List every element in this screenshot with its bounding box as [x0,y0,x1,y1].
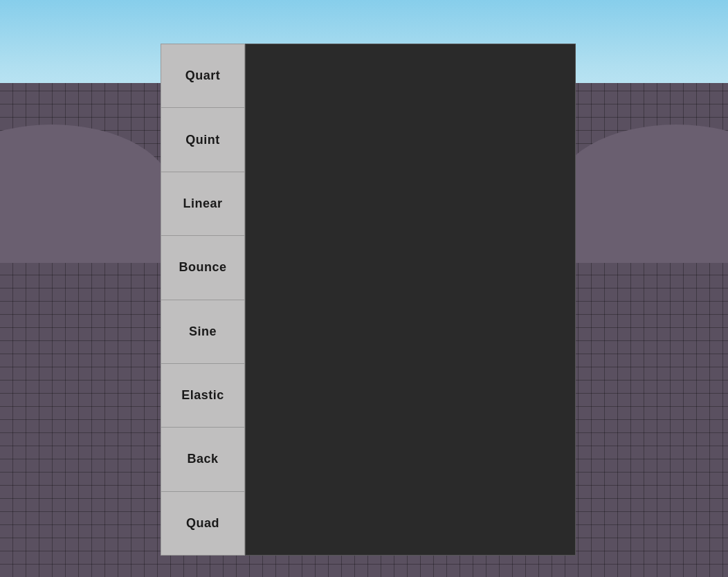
content-area [245,44,576,556]
panel-container: QuartQuintLinearBounceSineElasticBackQua… [161,44,576,556]
sidebar-item-quart[interactable]: Quart [161,44,244,108]
sidebar-item-quad[interactable]: Quad [161,492,244,555]
sidebar-item-elastic[interactable]: Elastic [161,364,244,428]
sidebar: QuartQuintLinearBounceSineElasticBackQua… [161,44,245,556]
sidebar-item-sine[interactable]: Sine [161,300,244,364]
sidebar-item-bounce[interactable]: Bounce [161,236,244,300]
sidebar-item-quint[interactable]: Quint [161,108,244,172]
sidebar-item-linear[interactable]: Linear [161,172,244,236]
sidebar-item-back[interactable]: Back [161,428,244,491]
